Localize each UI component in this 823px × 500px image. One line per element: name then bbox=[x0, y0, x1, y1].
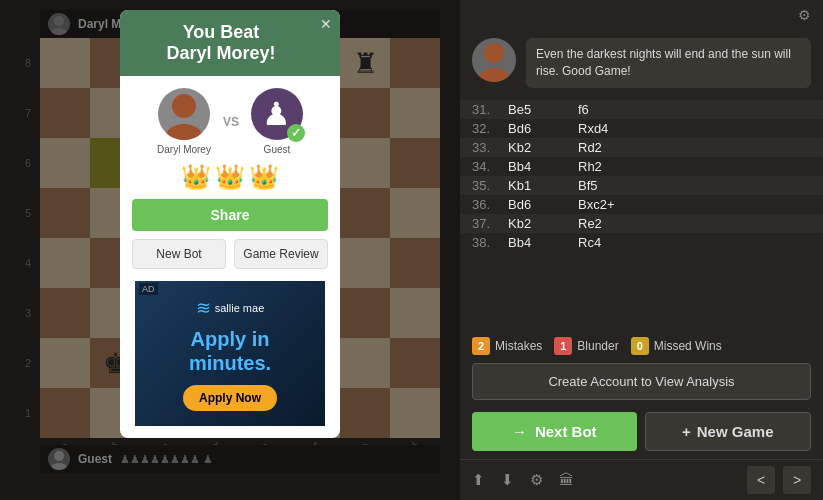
next-bot-button[interactable]: → Next Bot bbox=[472, 412, 637, 451]
share-button[interactable]: Share bbox=[132, 199, 328, 231]
mistakes-label: Mistakes bbox=[495, 339, 542, 353]
crowns: 👑 👑 👑 bbox=[181, 163, 279, 191]
mistakes-count: 2 bbox=[472, 337, 490, 355]
analysis-bar: 2 Mistakes 1 Blunder 0 Missed Wins bbox=[460, 329, 823, 359]
mistakes-badge: 2 Mistakes bbox=[472, 337, 542, 355]
database-icon[interactable]: 🏛 bbox=[559, 471, 574, 489]
svg-point-7 bbox=[479, 68, 509, 82]
modal-close-button[interactable]: ✕ bbox=[320, 16, 332, 32]
ad-cta-button[interactable]: Apply Now bbox=[183, 385, 277, 411]
move-row: 35. Kb1 Bf5 bbox=[460, 176, 823, 195]
move-row: 33. Kb2 Rd2 bbox=[460, 138, 823, 157]
move-row: 32. Bd6 Rxd4 bbox=[460, 119, 823, 138]
svg-point-5 bbox=[166, 124, 202, 140]
ad-headline: Apply in minutes. bbox=[189, 327, 271, 375]
ad-logo: ≋ sallie mae bbox=[196, 297, 265, 319]
move-row: 31. Be5 f6 bbox=[460, 100, 823, 119]
move-row: 34. Bb4 Rh2 bbox=[460, 157, 823, 176]
moves-list[interactable]: 31. Be5 f6 32. Bd6 Rxd4 33. Kb2 Rd2 34. … bbox=[460, 96, 823, 329]
vs-section: Daryl Morey VS ♟ ✓ Guest bbox=[157, 88, 303, 155]
blunder-label: Blunder bbox=[577, 339, 618, 353]
opponent-section: Even the darkest nights will end and the… bbox=[460, 30, 823, 96]
svg-point-6 bbox=[484, 43, 504, 63]
player1-label: Daryl Morey bbox=[157, 144, 211, 155]
new-bot-button[interactable]: New Bot bbox=[132, 239, 226, 269]
modal-title: You Beat Daryl Morey! bbox=[132, 22, 310, 64]
opponent-quote: Even the darkest nights will end and the… bbox=[526, 38, 811, 88]
missed-wins-badge: 0 Missed Wins bbox=[631, 337, 722, 355]
missed-count: 0 bbox=[631, 337, 649, 355]
share-icon[interactable]: ⬆ bbox=[472, 471, 485, 489]
missed-label: Missed Wins bbox=[654, 339, 722, 353]
top-bar: ⚙ bbox=[460, 0, 823, 30]
bottom-toolbar: ⬆ ⬇ ⚙ 🏛 < > bbox=[460, 459, 823, 500]
new-game-button[interactable]: + New Game bbox=[645, 412, 812, 451]
move-row: 36. Bd6 Bxc2+ bbox=[460, 195, 823, 214]
check-badge: ✓ bbox=[287, 124, 305, 142]
opponent-quote-avatar bbox=[472, 38, 516, 82]
ad-content: ≋ sallie mae Apply in minutes. Apply Now bbox=[135, 281, 325, 426]
modal-body: Daryl Morey VS ♟ ✓ Guest bbox=[120, 76, 340, 438]
bottom-actions: → Next Bot + New Game bbox=[460, 404, 823, 459]
settings-icon[interactable]: ⚙ bbox=[798, 7, 811, 23]
arrow-right-icon: → bbox=[512, 423, 527, 440]
move-row: 38. Bb4 Rc4 bbox=[460, 233, 823, 252]
move-row: 37. Kb2 Re2 bbox=[460, 214, 823, 233]
ad-label: AD bbox=[139, 283, 158, 295]
game-review-button[interactable]: Game Review bbox=[234, 239, 328, 269]
ad-banner: AD ≋ sallie mae Apply in minutes. Apply … bbox=[135, 281, 325, 426]
create-account-button[interactable]: Create Account to View Analysis bbox=[472, 363, 811, 400]
plus-icon: + bbox=[682, 423, 691, 440]
svg-point-4 bbox=[172, 94, 196, 118]
next-move-button[interactable]: > bbox=[783, 466, 811, 494]
blunder-count: 1 bbox=[554, 337, 572, 355]
modal-header: You Beat Daryl Morey! ✕ bbox=[120, 10, 340, 76]
right-panel: ⚙ Even the darkest nights will end and t… bbox=[460, 0, 823, 500]
daryl-avatar bbox=[158, 88, 210, 140]
blunder-badge: 1 Blunder bbox=[554, 337, 618, 355]
toolbar-left: ⬆ ⬇ ⚙ 🏛 bbox=[472, 471, 574, 489]
player2-label: Guest bbox=[264, 144, 291, 155]
modal-actions: New Bot Game Review bbox=[132, 239, 328, 269]
toolbar-right: < > bbox=[747, 466, 811, 494]
victory-modal-overlay: You Beat Daryl Morey! ✕ Daryl Morey VS bbox=[0, 0, 460, 500]
victory-modal: You Beat Daryl Morey! ✕ Daryl Morey VS bbox=[120, 10, 340, 438]
settings-gear-icon[interactable]: ⚙ bbox=[530, 471, 543, 489]
chess-board-panel: Daryl Morey (1550) ♟ 8 7 6 5 4 3 2 1 ♜ ♟… bbox=[0, 0, 460, 500]
download-icon[interactable]: ⬇ bbox=[501, 471, 514, 489]
vs-text: VS bbox=[223, 115, 239, 129]
prev-move-button[interactable]: < bbox=[747, 466, 775, 494]
